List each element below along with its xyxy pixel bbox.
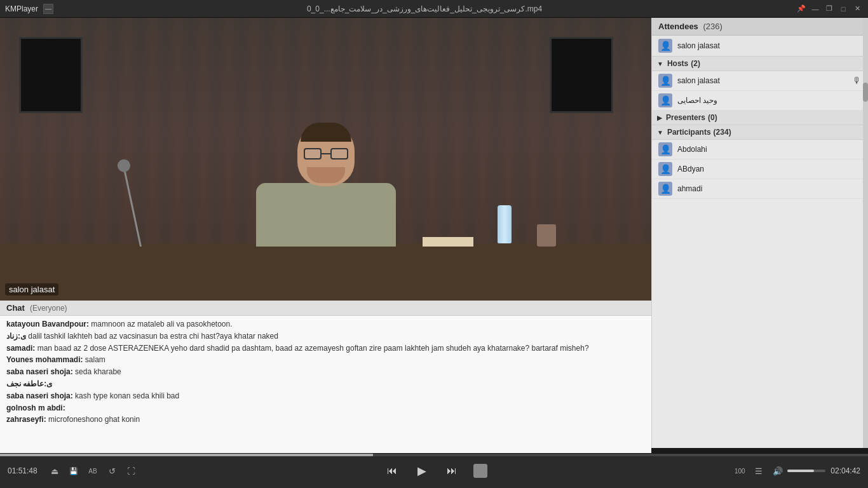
progress-filled [0,454,373,456]
presenters-count: (0) [708,113,717,122]
chat-message: Younes mohammadi: salam [6,355,645,365]
eject-button[interactable]: ⏏ [48,464,62,478]
right-controls: 100 ☰ 🔊 [733,464,825,478]
time-total: 02:04:42 [831,466,860,475]
featured-name: salon jalasat [677,41,862,50]
ab-repeat-button[interactable]: AB [86,464,100,478]
progress-bar[interactable] [0,454,868,456]
featured-avatar: 👤 [658,39,672,53]
participant-item[interactable]: 👤 ahmadi [652,179,868,199]
host-item[interactable]: 👤 salon jalasat 🎙 [652,71,868,91]
attendees-title: Attendees [658,22,698,31]
presenters-triangle: ▶ [657,114,662,121]
presenters-section-header[interactable]: ▶ Presenters (0) [652,111,868,125]
maximize-button[interactable]: □ [837,3,849,15]
chat-sender: ی:زناد [6,332,26,341]
left-monitor [19,37,83,113]
hosts-label: Hosts [667,59,688,68]
glasses-right [330,148,348,159]
participant-name: ahmadi [677,184,862,193]
scrollbar-thumb[interactable] [863,83,868,102]
chat-text: salam [83,355,105,364]
featured-attendee[interactable]: 👤 salon jalasat [652,36,868,57]
time-elapsed: 01:51:48 [8,466,43,475]
titlebar-menu-icon[interactable]: — [43,4,53,14]
chat-text: mamnoon az mataleb ali va pasokhetoon. [89,320,232,329]
host-name: وحید احصایی [677,96,862,105]
chat-sender: saba naseri shoja: [6,367,73,376]
hosts-triangle: ▼ [657,60,663,67]
chat-message: saba naseri shoja: seda kharabe [6,367,645,377]
volume-filled [787,470,814,472]
volume-icon[interactable]: 🔊 [771,464,785,478]
video-label: salon jalasat [5,283,58,295]
glasses-bridge [322,153,330,154]
participant-name: ABdyan [677,165,862,173]
pin-button[interactable]: 📌 [796,3,807,15]
beard [307,167,345,183]
restore-button[interactable]: ❐ [824,3,835,15]
participants-items: 👤 Abdolahi 👤 ABdyan 👤 ahmadi [652,140,868,199]
chat-sender: ی:عاطفه نجف [6,379,52,388]
participant-item[interactable]: 👤 Abdolahi [652,140,868,159]
attendees-list[interactable]: ▼ Hosts (2) 👤 salon jalasat 🎙 👤 وحید احص… [652,57,868,448]
close-button[interactable]: ✕ [851,3,863,15]
controlbar: 01:51:48 ⏏ 💾 AB ↺ ⛶ ⏮ ▶ ⏭ 100 ☰ 🔊 02:04:… [0,453,868,488]
left-controls: ⏏ 💾 AB ↺ ⛶ [48,464,138,478]
chat-audience: (Everyone) [30,304,67,313]
center-controls: ⏮ ▶ ⏭ [138,460,733,482]
video-scene [0,18,651,301]
chat-message: samadi: man baad az 2 dose ASTERAZENEKA … [6,343,645,354]
speed-button[interactable]: 100 [733,464,747,478]
chat-message: zahraseyfi: microfoneshono ghat konin [6,414,645,425]
participant-avatar: 👤 [658,182,672,196]
participant-name: Abdolahi [677,145,862,154]
host-avatar: 👤 [658,93,672,107]
next-button[interactable]: ⏭ [443,462,461,480]
person-container [256,123,396,247]
hosts-count: (2) [691,59,700,68]
volume-bar[interactable] [787,470,825,472]
hosts-section-header[interactable]: ▼ Hosts (2) [652,57,868,71]
participant-avatar: 👤 [658,142,672,156]
titlebar-controls: 📌 — ❐ □ ✕ [796,3,863,15]
chat-sender: Younes mohammadi: [6,355,83,364]
stop-button[interactable] [473,464,487,478]
chat-title: Chat [6,303,25,313]
fullscreen-button[interactable]: ⛶ [124,464,138,478]
participants-triangle: ▼ [657,129,663,136]
person-head [297,123,355,186]
participant-item[interactable]: 👤 ABdyan [652,159,868,179]
chat-message: ی:عاطفه نجف [6,379,645,390]
play-button[interactable]: ▶ [411,460,433,482]
hair [301,123,351,142]
playlist-button[interactable]: ☰ [752,464,766,478]
chat-header: Chat (Everyone) [0,301,651,316]
chat-sender: saba naseri shoja: [6,391,73,400]
participant-avatar: 👤 [658,162,672,176]
bottom-panels: Chat (Everyone) katayoun Bavandpour: mam… [0,301,651,453]
titlebar-title: کرسی_ترویجی_تحلیل_فعالیت‌های_ورزشی_در_سل… [53,4,796,13]
chat-messages[interactable]: katayoun Bavandpour: mamnoon az mataleb … [0,316,651,453]
papers [423,237,473,247]
mic-icon: 🎙 [853,76,862,86]
presenters-label: Presenters [666,113,705,122]
hosts-items: 👤 salon jalasat 🎙 👤 وحید احصایی [652,71,868,111]
save-button[interactable]: 💾 [67,464,81,478]
host-item[interactable]: 👤 وحید احصایی [652,91,868,111]
video-area: salon jalasat [0,18,651,301]
chat-sender: samadi: [6,344,35,353]
participants-count: (234) [714,128,731,137]
attendees-count: (236) [703,22,722,31]
prev-button[interactable]: ⏮ [383,462,401,480]
scrollbar-track[interactable] [863,18,868,448]
chat-text: dalil tashkil lakhteh bad az vacsinasun … [26,332,278,341]
participants-section-header[interactable]: ▼ Participants (234) [652,125,868,140]
chat-sender: golnosh m abdi: [6,403,65,412]
repeat-button[interactable]: ↺ [105,464,119,478]
desk [0,243,651,301]
app-name: KMPlayer [5,4,38,13]
cup1 [537,224,556,247]
minimize-button[interactable]: — [810,3,821,15]
titlebar: KMPlayer — کرسی_ترویجی_تحلیل_فعالیت‌های_… [0,0,868,18]
